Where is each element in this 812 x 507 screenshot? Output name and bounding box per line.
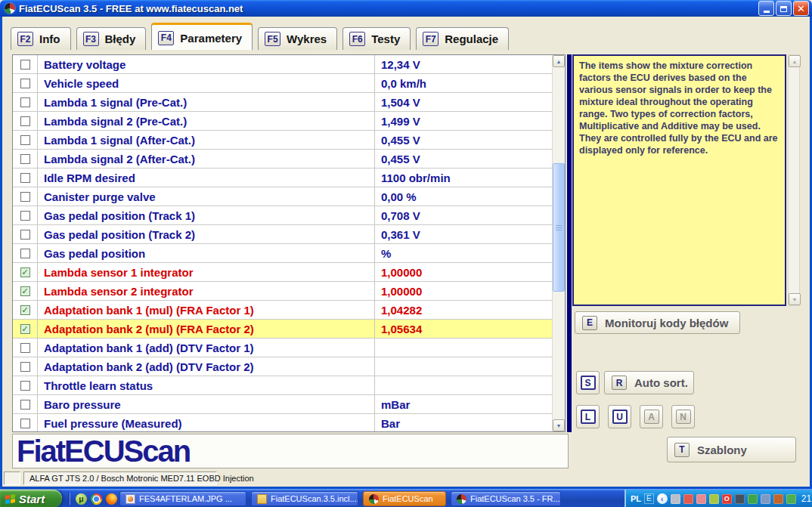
key-button-a[interactable]: A bbox=[640, 405, 663, 428]
table-row[interactable]: Lambda 1 signal (After-Cat.)0,455 V bbox=[13, 131, 552, 150]
task-button-fiatecuscan-3-5-incl[interactable]: FiatECUScan.3.5.incl.... bbox=[251, 491, 358, 506]
templates-button[interactable]: T Szablony bbox=[667, 437, 796, 462]
tab-label: Parametery bbox=[180, 32, 242, 45]
table-row[interactable]: Battery voltage12,34 V bbox=[13, 55, 552, 74]
row-checkbox[interactable] bbox=[20, 79, 30, 88]
table-row[interactable]: ✓Lambda sensor 2 integrator1,00000 bbox=[13, 282, 552, 301]
table-row[interactable]: Baro pressuremBar bbox=[13, 395, 552, 414]
sync-icon[interactable] bbox=[748, 494, 758, 504]
param-name: Lambda sensor 2 integrator bbox=[38, 282, 375, 300]
wireless-signal-icon[interactable] bbox=[683, 494, 693, 504]
table-row[interactable]: Lambda signal 2 (After-Cat.)0,455 V bbox=[13, 150, 552, 168]
table-row[interactable]: Throttle learn status bbox=[13, 376, 552, 395]
vpn-icon[interactable] bbox=[735, 494, 745, 504]
table-row[interactable]: Canister purge valve0,00 % bbox=[13, 187, 552, 206]
tab-parametery[interactable]: F4Parametery bbox=[151, 23, 253, 50]
row-checkbox[interactable]: ✓ bbox=[20, 267, 30, 277]
update-icon[interactable] bbox=[773, 494, 783, 504]
toolbar-separator bbox=[68, 493, 70, 505]
tab-b-dy[interactable]: F3Błędy bbox=[76, 27, 147, 50]
display-settings-icon[interactable] bbox=[761, 494, 770, 504]
table-row[interactable]: Idle RPM desired1100 obr/min bbox=[13, 168, 552, 187]
param-value: 1,504 V bbox=[375, 93, 552, 111]
auto-sort-button[interactable]: R Auto sort. bbox=[604, 371, 694, 394]
language-bar-icon[interactable]: E bbox=[644, 493, 654, 504]
row-checkbox[interactable] bbox=[20, 230, 30, 240]
row-checkbox[interactable] bbox=[20, 343, 30, 353]
scroll-down-button[interactable]: ▼ bbox=[553, 419, 565, 431]
checkbox-cell bbox=[13, 93, 38, 111]
task-button-fiatecuscan-3-5-fr[interactable]: FiatECUScan 3.5 - FR... bbox=[451, 491, 561, 506]
fkey-badge: F6 bbox=[349, 32, 365, 46]
row-checkbox[interactable]: ✓ bbox=[20, 305, 30, 315]
tray-collapse-chevron[interactable]: ‹ bbox=[657, 493, 668, 504]
table-row[interactable]: Adaptation bank 2 (add) (DTV Factor 2) bbox=[13, 357, 552, 376]
param-value: 12,34 V bbox=[375, 55, 552, 73]
param-value: Bar bbox=[375, 414, 552, 431]
audio-icon[interactable] bbox=[696, 494, 706, 504]
fkey-badge: F4 bbox=[158, 31, 174, 45]
tab-label: Błędy bbox=[105, 32, 136, 45]
row-checkbox[interactable] bbox=[20, 116, 30, 126]
row-checkbox[interactable] bbox=[20, 60, 30, 70]
scroll-up-button[interactable]: ▲ bbox=[789, 55, 801, 67]
key-button-s[interactable]: S bbox=[576, 371, 600, 394]
firefox-icon[interactable] bbox=[106, 493, 117, 505]
app-logo: FiatECUScan bbox=[17, 436, 190, 466]
language-indicator[interactable]: PL bbox=[631, 494, 641, 503]
table-row[interactable]: Gas pedal position% bbox=[13, 244, 552, 263]
row-checkbox[interactable]: ✓ bbox=[20, 286, 30, 296]
row-checkbox[interactable]: ✓ bbox=[20, 324, 30, 334]
table-row[interactable]: Lambda 1 signal (Pre-Cat.)1,504 V bbox=[13, 93, 552, 112]
tab-regulacje[interactable]: F7Regulacje bbox=[416, 27, 509, 50]
key-button-l[interactable]: L bbox=[576, 405, 600, 428]
table-row[interactable]: Gas pedal position (Track 2)0,361 V bbox=[13, 225, 552, 244]
start-button[interactable]: Start bbox=[0, 490, 62, 507]
minimize-button[interactable] bbox=[758, 1, 774, 16]
tab-testy[interactable]: F6Testy bbox=[342, 27, 411, 50]
key-button-u[interactable]: U bbox=[608, 405, 631, 428]
tab-wykres[interactable]: F5Wykres bbox=[258, 27, 337, 50]
battery-monitor-icon[interactable] bbox=[709, 494, 719, 504]
utorrent-icon[interactable]: µ bbox=[76, 493, 87, 505]
param-value: 1,04282 bbox=[375, 301, 552, 319]
info-scrollbar[interactable]: ▲ ▼ bbox=[788, 54, 800, 306]
table-row[interactable]: ✓Lambda sensor 1 integrator1,00000 bbox=[13, 263, 552, 282]
tab-label: Regulacje bbox=[445, 32, 498, 45]
mouse-icon[interactable] bbox=[671, 494, 680, 504]
image-icon bbox=[126, 494, 135, 504]
table-row[interactable]: Adaptation bank 1 (add) (DTV Factor 1) bbox=[13, 339, 552, 357]
scroll-up-button[interactable]: ▲ bbox=[553, 55, 565, 67]
table-row[interactable]: ✓Adaptation bank 1 (mul) (FRA Factor 1)1… bbox=[13, 301, 552, 320]
task-button-fiatecuscan[interactable]: FiatECUScan bbox=[363, 491, 446, 506]
row-checkbox[interactable] bbox=[20, 400, 30, 410]
row-checkbox[interactable] bbox=[20, 249, 30, 258]
task-button-fes4afterlam-jpg[interactable]: FES4AFTERLAM.JPG ... bbox=[119, 491, 246, 506]
row-checkbox[interactable] bbox=[20, 135, 30, 145]
table-row[interactable]: Gas pedal position (Track 1)0,708 V bbox=[13, 206, 552, 225]
close-button[interactable]: ✕ bbox=[793, 1, 809, 16]
opera-icon[interactable]: O bbox=[722, 494, 732, 504]
row-checkbox[interactable] bbox=[20, 419, 30, 428]
row-checkbox[interactable] bbox=[20, 173, 30, 183]
row-checkbox[interactable] bbox=[20, 211, 30, 221]
table-row[interactable]: Lambda signal 2 (Pre-Cat.)1,499 V bbox=[13, 112, 552, 131]
table-row[interactable]: ✓Adaptation bank 2 (mul) (FRA Factor 2)1… bbox=[13, 320, 552, 339]
table-row[interactable]: Vehicle speed0,0 km/h bbox=[13, 74, 552, 93]
row-checkbox[interactable] bbox=[20, 381, 30, 391]
antivirus-icon[interactable] bbox=[786, 494, 796, 504]
tab-info[interactable]: F2Info bbox=[11, 27, 71, 50]
row-checkbox[interactable] bbox=[20, 154, 30, 164]
row-checkbox[interactable] bbox=[20, 192, 30, 202]
key-button-n[interactable]: N bbox=[671, 405, 695, 428]
restore-button[interactable] bbox=[776, 1, 792, 16]
row-checkbox[interactable] bbox=[20, 362, 30, 372]
row-checkbox[interactable] bbox=[20, 97, 30, 107]
monitor-dtc-button[interactable]: E Monitoruj kody błędów bbox=[575, 311, 740, 334]
scroll-thumb[interactable] bbox=[553, 163, 565, 292]
table-scrollbar[interactable]: ▲ ▼ bbox=[552, 55, 565, 431]
chrome-icon[interactable] bbox=[91, 493, 102, 505]
scroll-down-button[interactable]: ▼ bbox=[789, 293, 801, 305]
table-row[interactable]: Fuel pressure (Measured)Bar bbox=[13, 414, 552, 431]
fkey-badge: F3 bbox=[83, 32, 99, 46]
